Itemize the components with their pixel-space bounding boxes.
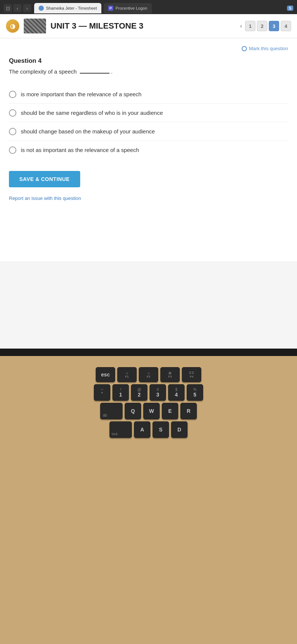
key-f3-icon: ⊞ [169, 371, 172, 375]
options-list: is more important than the relevance of … [9, 85, 288, 159]
milestone-thumbnail [24, 19, 46, 33]
number-key-row: ~ ` ! 1 @ 2 # 3 $ 4 % 5 [7, 384, 290, 401]
page-2-button[interactable]: 2 [257, 21, 267, 31]
tab-icon-timesheet [39, 6, 44, 11]
option-text-4: is not as important as the relevance of … [21, 146, 139, 154]
key-5[interactable]: % 5 [187, 384, 203, 401]
s-badge: S [287, 6, 293, 11]
key-backtick-label: ` [101, 392, 103, 398]
option-text-3: should change based on the makeup of you… [21, 127, 155, 135]
save-continue-button[interactable]: SAVE & CONTINUE [9, 171, 80, 187]
key-f4-icon: ⠿⠿ [189, 371, 194, 375]
qwerty-key-row: ab Q W E R [7, 403, 290, 419]
report-issue-link[interactable]: Report an issue with this question [9, 195, 81, 201]
tab-timesheet[interactable]: Shameika Jeter - Timesheet [34, 3, 101, 13]
keyboard: esc ☼ F1 ☼ F2 ⊞ F3 ⠿⠿ F4 ~ ` [0, 356, 297, 447]
page-content: ◑ UNIT 3 — MILESTONE 3 ‹ 1 2 3 4 Mark th… [0, 14, 297, 349]
key-f1-icon: ☼ [125, 371, 128, 375]
app-logo: ◑ [6, 19, 19, 33]
key-1-label: 1 [119, 392, 122, 398]
option-item-3[interactable]: should change based on the makeup of you… [9, 122, 288, 141]
key-e[interactable]: E [162, 403, 178, 419]
option-radio-2[interactable] [9, 109, 16, 117]
option-item-1[interactable]: is more important than the relevance of … [9, 85, 288, 104]
browser-nav-controls[interactable]: ⊡ ‹ › [4, 4, 31, 12]
key-4[interactable]: $ 4 [168, 384, 185, 401]
key-f2[interactable]: ☼ F2 [139, 367, 158, 382]
mark-question-radio[interactable] [242, 46, 247, 51]
key-r-label: R [187, 408, 190, 414]
key-f4[interactable]: ⠿⠿ F4 [182, 367, 201, 382]
key-dollar: $ [175, 388, 177, 392]
window-icon[interactable]: ⊡ [4, 4, 12, 12]
mark-question-control[interactable]: Mark this question [9, 46, 288, 51]
question-area: Mark this question Question 4 The comple… [0, 38, 297, 261]
key-r[interactable]: R [180, 403, 197, 419]
key-5-label: 5 [193, 392, 196, 398]
key-3-label: 3 [156, 392, 159, 398]
option-radio-1[interactable] [9, 91, 16, 98]
key-1[interactable]: ! 1 [112, 384, 129, 401]
procentive-icon: P [108, 6, 113, 11]
page-3-button[interactable]: 3 [269, 21, 279, 31]
option-radio-3[interactable] [9, 128, 16, 135]
key-w[interactable]: W [143, 403, 160, 419]
key-f3-label: F3 [168, 375, 172, 378]
prev-page-button[interactable]: ‹ [239, 21, 244, 31]
asdf-key-row: lock A S D [7, 421, 290, 438]
back-button[interactable]: ‹ [13, 4, 22, 12]
key-d[interactable]: D [171, 421, 187, 438]
key-s[interactable]: S [153, 421, 169, 438]
key-at: @ [137, 388, 141, 392]
pagination-controls[interactable]: ‹ 1 2 3 4 [239, 21, 291, 31]
key-tilde: ~ [101, 388, 103, 392]
page-header: ◑ UNIT 3 — MILESTONE 3 ‹ 1 2 3 4 [0, 14, 297, 38]
key-tab-side-label: ab [103, 413, 107, 417]
key-q-label: Q [131, 408, 135, 414]
laptop-body: esc ☼ F1 ☼ F2 ⊞ F3 ⠿⠿ F4 ~ ` [0, 356, 297, 644]
key-backtick[interactable]: ~ ` [94, 384, 110, 401]
key-q[interactable]: Q [125, 403, 141, 419]
laptop-bezel-bottom [0, 349, 297, 356]
key-hash: # [157, 388, 159, 392]
option-radio-4[interactable] [9, 146, 16, 154]
tab-timesheet-label: Shameika Jeter - Timesheet [46, 6, 97, 10]
question-text: The complexity of a speech . [9, 68, 288, 75]
key-percent: % [193, 388, 197, 392]
key-caps-side-label: lock [112, 432, 118, 436]
key-tab[interactable]: ab [100, 403, 123, 419]
question-blank [80, 73, 110, 74]
option-item-2[interactable]: should be the same regardless of who is … [9, 104, 288, 122]
key-a-label: A [140, 427, 144, 433]
fn-key-row: esc ☼ F1 ☼ F2 ⊞ F3 ⠿⠿ F4 [7, 367, 290, 382]
option-item-4[interactable]: is not as important as the relevance of … [9, 141, 288, 159]
key-esc-label: esc [101, 372, 110, 378]
key-2[interactable]: @ 2 [131, 384, 147, 401]
tab-procentive-label: Procentive Logon [115, 6, 147, 10]
key-caps[interactable]: lock [110, 421, 132, 438]
key-f3[interactable]: ⊞ F3 [160, 367, 180, 382]
key-f2-label: F2 [147, 375, 150, 378]
key-e-label: E [168, 408, 172, 414]
tab-procentive[interactable]: P Procentive Logon [104, 3, 152, 13]
key-2-label: 2 [138, 392, 141, 398]
key-s-label: S [159, 427, 162, 433]
option-text-2: should be the same regardless of who is … [21, 109, 163, 117]
page-title: UNIT 3 — MILESTONE 3 [50, 21, 234, 31]
key-a[interactable]: A [134, 421, 150, 438]
key-f1[interactable]: ☼ F1 [117, 367, 137, 382]
question-text-before: The complexity of a speech [9, 68, 77, 75]
forward-button[interactable]: › [23, 4, 31, 12]
page-1-button[interactable]: 1 [245, 21, 255, 31]
key-d-label: D [177, 427, 181, 433]
key-3[interactable]: # 3 [150, 384, 166, 401]
key-esc[interactable]: esc [96, 367, 115, 382]
page-4-button[interactable]: 4 [281, 21, 291, 31]
question-number: Question 4 [9, 57, 288, 65]
mark-question-label: Mark this question [249, 46, 288, 51]
question-text-after: . [111, 68, 112, 75]
key-f4-label: F4 [190, 375, 193, 378]
key-f1-label: F1 [125, 375, 128, 378]
browser-chrome: ⊡ ‹ › Shameika Jeter - Timesheet P Proce… [0, 0, 297, 14]
key-4-label: 4 [175, 392, 178, 398]
